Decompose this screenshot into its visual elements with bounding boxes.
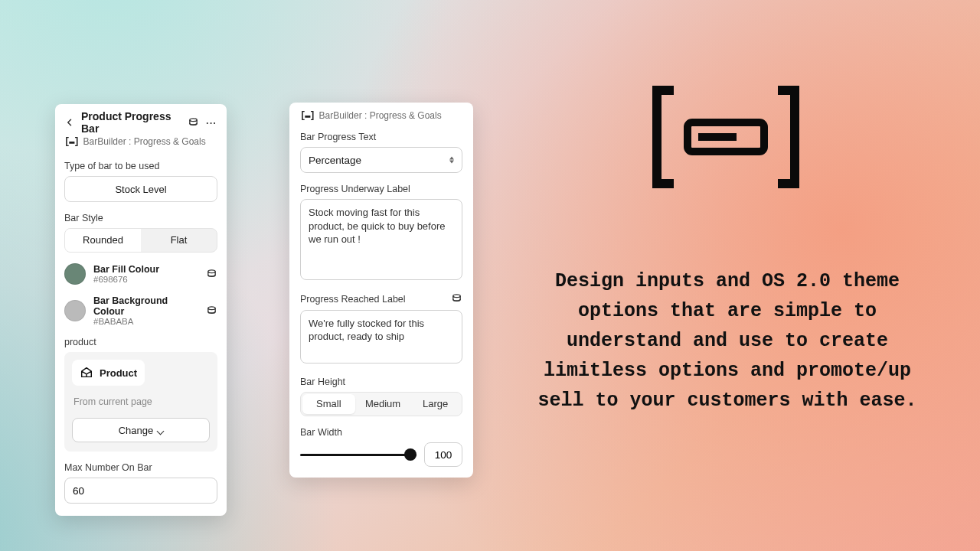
bar-width-label: Bar Width	[300, 427, 462, 438]
color-hex: #BABABA	[93, 317, 198, 326]
underway-label: Progress Underway Label	[300, 184, 462, 194]
type-select[interactable]: Stock Level	[64, 176, 217, 202]
seg-option-flat[interactable]: Flat	[141, 229, 217, 252]
reached-label-row: Progress Reached Label	[300, 293, 462, 305]
type-select-value: Stock Level	[115, 184, 166, 195]
bar-height-segmented: Small Medium Large	[300, 392, 462, 416]
progress-text-label: Bar Progress Text	[300, 132, 462, 142]
database-icon[interactable]	[187, 116, 199, 129]
product-section-label: product	[64, 337, 217, 347]
progress-text-select[interactable]: Percentage	[300, 147, 462, 173]
svg-point-0	[189, 118, 196, 121]
underway-textarea[interactable]	[300, 199, 462, 280]
progress-text-value: Percentage	[309, 155, 361, 166]
color-hex: #698676	[93, 275, 198, 284]
color-name: Bar Fill Colour	[93, 264, 198, 275]
color-row-bg[interactable]: Bar Background Colour #BABABA	[64, 295, 217, 326]
change-button[interactable]: Change	[72, 418, 210, 442]
product-icon	[80, 366, 93, 380]
bar-style-segmented: Rounded Flat	[64, 228, 217, 253]
panel-title: Product Progress Bar	[81, 110, 181, 135]
database-icon[interactable]	[205, 268, 217, 280]
color-row-fill[interactable]: Bar Fill Colour #698676	[64, 263, 217, 285]
color-name: Bar Background Colour	[93, 295, 198, 317]
seg-option-small[interactable]: Small	[302, 394, 355, 414]
brand-logo-icon	[651, 86, 801, 188]
settings-panel-right: [▬] BarBuilder : Progress & Goals Bar Pr…	[289, 103, 473, 478]
bar-style-label: Bar Style	[64, 213, 217, 223]
max-number-input[interactable]	[64, 478, 217, 504]
more-icon[interactable]: ···	[205, 116, 217, 129]
product-from-text: From current page	[72, 396, 210, 407]
product-chip[interactable]: Product	[72, 360, 145, 386]
database-icon[interactable]	[450, 293, 462, 305]
product-chip-label: Product	[100, 367, 137, 379]
bar-width-row	[300, 442, 462, 467]
settings-panel-left: Product Progress Bar ··· [▬] BarBuilder …	[55, 104, 227, 516]
app-name-row: [▬] BarBuilder : Progress & Goals	[64, 136, 217, 147]
app-name-label: BarBuilder : Progress & Goals	[83, 136, 206, 147]
panel-header: Product Progress Bar ···	[64, 113, 217, 132]
svg-point-3	[452, 295, 459, 298]
bar-width-input[interactable]	[424, 442, 462, 467]
updown-icon	[449, 157, 454, 164]
back-icon[interactable]	[64, 117, 75, 128]
slider-thumb-icon[interactable]	[404, 448, 416, 461]
seg-option-rounded[interactable]: Rounded	[65, 229, 141, 252]
svg-point-1	[207, 269, 214, 272]
svg-point-2	[207, 306, 214, 309]
seg-option-large[interactable]: Large	[409, 393, 462, 416]
max-label: Max Number On Bar	[64, 462, 217, 473]
chevron-down-icon	[158, 425, 163, 436]
app-logo-icon: [▬]	[300, 110, 315, 121]
reached-textarea[interactable]	[300, 310, 462, 364]
svg-rect-5	[698, 133, 737, 141]
type-label: Type of bar to be used	[64, 161, 217, 171]
product-box: Product From current page Change	[64, 352, 217, 452]
bar-width-slider[interactable]	[300, 447, 416, 462]
swatch-icon	[64, 263, 86, 285]
marketing-text: Design inputs and OS 2.0 theme options t…	[531, 266, 924, 416]
swatch-icon	[64, 300, 86, 321]
app-name-row: [▬] BarBuilder : Progress & Goals	[300, 110, 462, 121]
bar-height-label: Bar Height	[300, 377, 462, 387]
app-logo-icon: [▬]	[64, 136, 79, 147]
seg-option-medium[interactable]: Medium	[357, 393, 410, 416]
reached-label: Progress Reached Label	[300, 294, 406, 305]
database-icon[interactable]	[205, 305, 217, 317]
app-name-label: BarBuilder : Progress & Goals	[319, 110, 442, 121]
change-button-label: Change	[119, 425, 154, 436]
